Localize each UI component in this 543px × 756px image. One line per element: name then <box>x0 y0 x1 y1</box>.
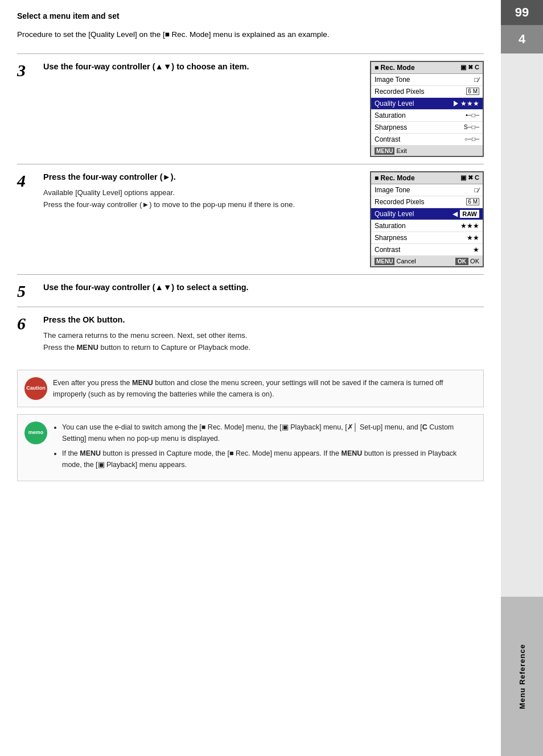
menu1-row-image-tone: Image Tone □⁄ <box>371 74 483 86</box>
chapter-label-text: Menu Reference <box>518 644 526 709</box>
step-3-number: 3 <box>17 62 33 79</box>
menu2-row-quality-level: Quality Level ◀ RAW <box>371 208 483 220</box>
step-6-title: Press the OK button. <box>43 314 484 326</box>
memo-text: You can use the e-dial to switch among t… <box>53 422 476 474</box>
step-3-image: ■ Rec. Mode ▣ ✖ C Image Tone □⁄ Recorded… <box>370 61 484 157</box>
menu1-row-sharpness: Sharpness S─□─ <box>371 122 483 134</box>
menu2-row-saturation: Saturation ★★★ <box>371 220 483 232</box>
main-content: Select a menu item and set Procedure to … <box>0 0 501 756</box>
section-title: Select a menu item and set <box>17 11 484 20</box>
camera-menu-2-title: ■ Rec. Mode <box>375 174 415 182</box>
step-4-content: Press the four-way controller (►). Avail… <box>43 171 360 211</box>
right-sidebar: 99 4 Menu Reference <box>501 0 543 756</box>
menu1-row-quality-level: Quality Level ★★★ <box>371 98 483 110</box>
camera-menu-2-icons: ▣ ✖ C <box>460 174 479 181</box>
menu2-row-sharpness: Sharpness ★★ <box>371 232 483 244</box>
camera-menu-2: ■ Rec. Mode ▣ ✖ C Image Tone □⁄ Recorded… <box>370 171 484 267</box>
menu1-row-recorded-pixels: Recorded Pixels 6 M <box>371 86 483 98</box>
step-4-number: 4 <box>17 172 33 189</box>
step-6-content: Press the OK button. The camera returns … <box>43 314 484 354</box>
step-6-number: 6 <box>17 315 33 332</box>
menu2-row-image-tone: Image Tone □⁄ <box>371 184 483 196</box>
step-4-block: 4 Press the four-way controller (►). Ava… <box>17 164 484 274</box>
caution-box: Caution Even after you press the MENU bu… <box>17 370 484 407</box>
camera-menu-2-footer: MENU Cancel OK OK <box>371 256 483 266</box>
step-5-title: Use the four-way controller (▲▼) to sele… <box>43 282 484 293</box>
step-4-desc: Available [Quality Level] options appear… <box>43 187 360 211</box>
camera-menu-1-header: ■ Rec. Mode ▣ ✖ C <box>371 62 483 74</box>
menu2-row-recorded-pixels: Recorded Pixels 6 M <box>371 196 483 208</box>
step-3-title: Use the four-way controller (▲▼) to choo… <box>43 61 360 72</box>
camera-menu-1-title: ■ Rec. Mode <box>375 64 415 72</box>
step-3-block: 3 Use the four-way controller (▲▼) to ch… <box>17 53 484 164</box>
step-4-image: ■ Rec. Mode ▣ ✖ C Image Tone □⁄ Recorded… <box>370 171 484 267</box>
caution-icon: Caution <box>24 377 47 400</box>
memo-box: memo You can use the e-dial to switch am… <box>17 414 484 481</box>
step-6-desc: The camera returns to the menu screen. N… <box>43 330 484 354</box>
camera-menu-1: ■ Rec. Mode ▣ ✖ C Image Tone □⁄ Recorded… <box>370 61 484 157</box>
sidebar-chapter-label: Menu Reference <box>501 597 543 756</box>
step-5-block: 5 Use the four-way controller (▲▼) to se… <box>17 274 484 307</box>
step-5-number: 5 <box>17 283 33 300</box>
menu1-row-saturation: Saturation •─□─ <box>371 110 483 122</box>
caution-text: Even after you press the MENU button and… <box>53 377 476 400</box>
step-3-content: Use the four-way controller (▲▼) to choo… <box>43 61 360 77</box>
intro-text: Procedure to set the [Quality Level] on … <box>17 28 484 41</box>
camera-menu-2-header: ■ Rec. Mode ▣ ✖ C <box>371 172 483 184</box>
camera-menu-1-icons: ▣ ✖ C <box>460 64 479 71</box>
memo-icon: memo <box>24 422 47 444</box>
step-4-title: Press the four-way controller (►). <box>43 171 360 183</box>
page-number: 99 <box>501 0 543 25</box>
menu1-row-contrast: Contrast ○─□─ <box>371 134 483 146</box>
step-5-content: Use the four-way controller (▲▼) to sele… <box>43 282 484 298</box>
menu2-row-contrast: Contrast ★ <box>371 244 483 256</box>
step-6-block: 6 Press the OK button. The camera return… <box>17 307 484 361</box>
camera-menu-1-footer: MENU Exit <box>371 146 483 156</box>
chapter-number-badge: 4 <box>501 25 543 53</box>
